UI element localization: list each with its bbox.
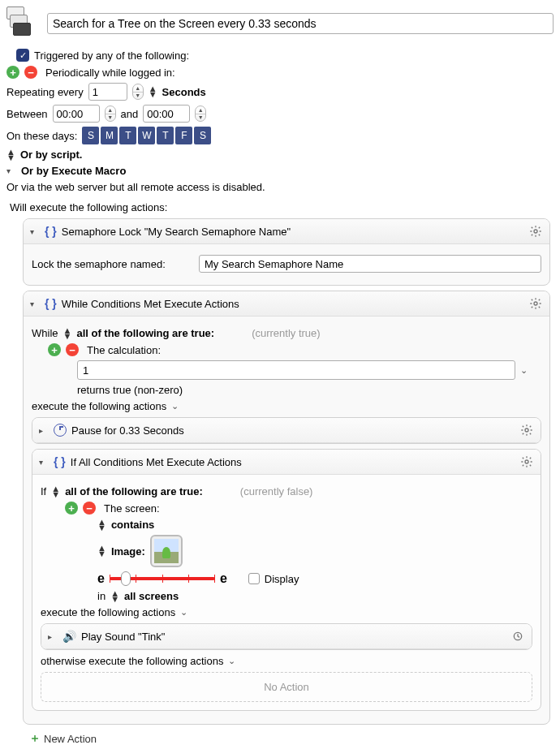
calculation-label: The calculation: bbox=[87, 344, 161, 356]
speaker-icon: 🔊 bbox=[62, 630, 76, 643]
pause-gear-icon[interactable] bbox=[519, 423, 534, 437]
day-thu[interactable]: T bbox=[157, 127, 174, 144]
day-tue[interactable]: T bbox=[119, 127, 136, 144]
add-trigger-button[interactable]: + bbox=[6, 66, 19, 79]
svg-point-0 bbox=[534, 230, 537, 233]
svg-point-1 bbox=[534, 302, 537, 305]
while-mode-updown-icon[interactable]: ▲▼ bbox=[63, 328, 72, 339]
while-mode-label[interactable]: all of the following are true: bbox=[76, 327, 214, 339]
while-title: While Conditions Met Execute Actions bbox=[62, 298, 239, 310]
pause-title: Pause for 0.33 Seconds bbox=[71, 424, 184, 437]
if-mode-label[interactable]: all of the following are true: bbox=[65, 485, 203, 497]
if-execute-chevron-icon[interactable]: ⌄ bbox=[180, 607, 187, 618]
if-keyword: If bbox=[41, 485, 46, 497]
days-label: On these days: bbox=[6, 130, 77, 142]
between-and-label: and bbox=[121, 108, 139, 120]
if-gear-icon[interactable] bbox=[519, 454, 534, 469]
pause-disclosure[interactable]: ▸ bbox=[39, 426, 49, 435]
fuzz-right-label: e bbox=[220, 571, 227, 586]
periodic-trigger-label: Periodically while logged in: bbox=[45, 67, 175, 79]
clock-icon bbox=[54, 424, 67, 437]
repeat-stepper[interactable]: ▲▼ bbox=[132, 84, 144, 100]
contains-label[interactable]: contains bbox=[111, 519, 154, 531]
script-updown-icon[interactable]: ▲▼ bbox=[6, 149, 15, 161]
repeat-value-input[interactable] bbox=[88, 83, 127, 101]
while-currently-label: (currently true) bbox=[252, 327, 321, 339]
repeat-unit-label[interactable]: Seconds bbox=[162, 86, 206, 98]
calculation-input[interactable] bbox=[77, 360, 515, 380]
by-script-label[interactable]: Or by script. bbox=[20, 149, 83, 161]
display-label: Display bbox=[265, 573, 299, 585]
day-sun[interactable]: S bbox=[82, 127, 99, 144]
image-well[interactable] bbox=[150, 535, 183, 567]
fuzz-left-label: e bbox=[97, 571, 105, 586]
repeat-every-label: Repeating every bbox=[6, 86, 84, 98]
while-execute-label: execute the following actions bbox=[32, 400, 166, 412]
brace-icon: { } bbox=[45, 225, 57, 238]
image-updown-icon[interactable]: ▲▼ bbox=[97, 545, 106, 557]
sound-title: Play Sound "Tink" bbox=[81, 631, 165, 643]
new-action-button[interactable]: ＋ New Action bbox=[29, 731, 554, 745]
by-macro-disclosure[interactable]: ▾ bbox=[6, 166, 16, 175]
image-label[interactable]: Image: bbox=[111, 545, 145, 558]
unit-updown-icon[interactable]: ▲▼ bbox=[149, 86, 157, 97]
day-wed[interactable]: W bbox=[138, 127, 155, 144]
no-action-placeholder[interactable]: No Action bbox=[41, 672, 532, 702]
sound-disclosure[interactable]: ▸ bbox=[48, 632, 58, 641]
remove-condition-button[interactable]: − bbox=[66, 343, 79, 356]
triggers-checkbox[interactable]: ✓ bbox=[16, 49, 29, 62]
sound-gear-icon[interactable] bbox=[510, 629, 525, 644]
display-checkbox[interactable] bbox=[248, 573, 260, 584]
semaphore-title: Semaphore Lock "My Search Semaphore Name… bbox=[62, 226, 291, 238]
in-scope-label[interactable]: all screens bbox=[124, 590, 179, 602]
between-start-stepper[interactable]: ▲▼ bbox=[105, 106, 116, 122]
by-macro-label[interactable]: Or by Execute Macro bbox=[21, 165, 126, 177]
remove-trigger-button[interactable]: − bbox=[24, 66, 37, 79]
brace-icon: { } bbox=[45, 297, 57, 310]
otherwise-label: otherwise execute the following actions bbox=[41, 655, 223, 667]
add-condition-button[interactable]: + bbox=[48, 343, 61, 356]
add-screen-condition-button[interactable]: + bbox=[65, 502, 78, 515]
day-fri[interactable]: F bbox=[175, 127, 192, 144]
between-label: Between bbox=[6, 108, 48, 120]
actions-intro-label: Will execute the following actions: bbox=[10, 201, 554, 213]
between-start-input[interactable] bbox=[53, 105, 100, 123]
new-action-label: New Action bbox=[44, 733, 97, 745]
macro-icon bbox=[6, 6, 41, 41]
if-currently-label: (currently false) bbox=[240, 485, 313, 497]
in-scope-updown-icon[interactable]: ▲▼ bbox=[110, 591, 119, 602]
calc-menu-chevron-icon[interactable]: ⌄ bbox=[520, 365, 528, 376]
if-execute-label: execute the following actions bbox=[41, 606, 175, 618]
while-keyword: While bbox=[32, 327, 58, 339]
otherwise-chevron-icon[interactable]: ⌄ bbox=[228, 656, 235, 666]
if-title: If All Conditions Met Execute Actions bbox=[71, 456, 242, 468]
plus-icon: ＋ bbox=[29, 731, 41, 745]
between-end-input[interactable] bbox=[143, 105, 190, 123]
in-label: in bbox=[97, 590, 106, 602]
calc-result-label: returns true (non-zero) bbox=[77, 384, 183, 396]
fuzziness-slider[interactable] bbox=[110, 577, 215, 580]
triggers-label: Triggered by any of the following: bbox=[34, 50, 189, 62]
macro-title-input[interactable] bbox=[47, 13, 554, 34]
semaphore-gear-icon[interactable] bbox=[528, 224, 543, 239]
between-end-stepper[interactable]: ▲▼ bbox=[195, 106, 206, 122]
if-disclosure[interactable]: ▾ bbox=[39, 458, 49, 467]
svg-point-2 bbox=[525, 428, 528, 432]
while-execute-chevron-icon[interactable]: ⌄ bbox=[171, 401, 179, 411]
screen-condition-label: The screen: bbox=[104, 502, 160, 515]
remove-screen-condition-button[interactable]: − bbox=[83, 502, 96, 515]
day-mon[interactable]: M bbox=[101, 127, 118, 144]
while-gear-icon[interactable] bbox=[528, 296, 543, 311]
contains-updown-icon[interactable]: ▲▼ bbox=[97, 519, 106, 531]
if-mode-updown-icon[interactable]: ▲▼ bbox=[51, 486, 60, 497]
semaphore-disclosure[interactable]: ▾ bbox=[30, 227, 40, 236]
while-disclosure[interactable]: ▾ bbox=[30, 299, 40, 308]
svg-point-3 bbox=[525, 460, 528, 463]
semaphore-field-label: Lock the semaphore named: bbox=[32, 258, 194, 270]
semaphore-name-input[interactable] bbox=[199, 255, 541, 273]
web-server-label: Or via the web server but all remote acc… bbox=[6, 181, 265, 193]
day-sat[interactable]: S bbox=[194, 127, 211, 144]
brace-icon: { } bbox=[54, 455, 66, 468]
